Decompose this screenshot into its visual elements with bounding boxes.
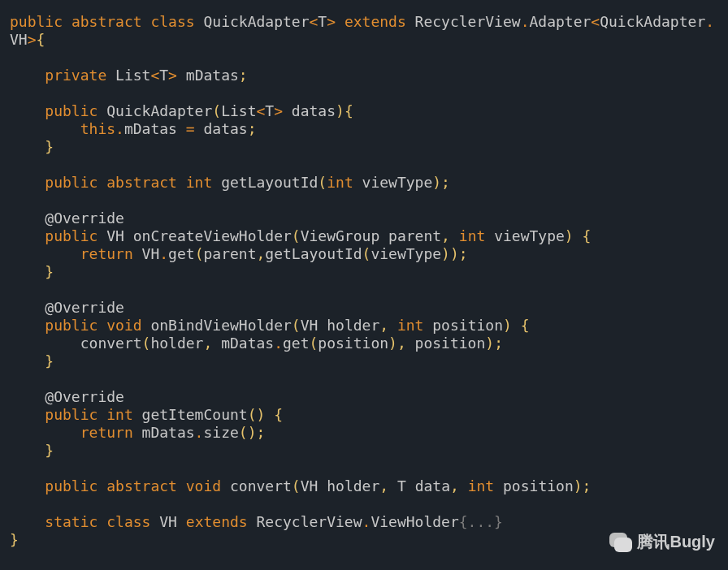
op-dot: .	[115, 120, 124, 137]
annotation-override: @Override	[45, 209, 124, 227]
kw-class: class	[106, 513, 150, 530]
paren-close: )	[441, 245, 450, 262]
paren-close: )	[336, 102, 344, 119]
kw-int: int	[327, 174, 353, 191]
op-dot: .	[521, 13, 530, 30]
op-gt: >	[274, 102, 283, 119]
op-lt: <	[591, 13, 600, 30]
kw-abstract: abstract	[106, 477, 177, 494]
method-getitemcount: getItemCount	[142, 406, 248, 423]
kw-void: void	[106, 317, 141, 334]
kw-int: int	[106, 406, 133, 423]
brace-close: }	[45, 352, 54, 369]
brace-open: {	[583, 227, 592, 244]
type-vh: VH	[159, 513, 177, 530]
paren-open: (	[310, 335, 318, 352]
paren-open: (	[195, 245, 204, 262]
comma: ,	[450, 477, 459, 494]
paren-close: )	[503, 317, 512, 334]
watermark: 腾讯Bugly	[609, 533, 715, 551]
brace-close: }	[45, 263, 54, 280]
kw-public: public	[45, 102, 98, 119]
param-data: data	[415, 477, 450, 494]
kw-return: return	[80, 245, 133, 262]
brace-open: {	[521, 317, 530, 334]
paren-open: (	[292, 477, 301, 494]
method-getlayoutid: getLayoutId	[221, 174, 318, 191]
method-size: size	[203, 424, 238, 441]
kw-extends: extends	[344, 13, 406, 30]
paren-open: (	[362, 245, 371, 262]
paren-close: )	[248, 424, 257, 441]
paren-close: )	[574, 477, 583, 494]
paren-close: )	[565, 227, 574, 244]
field-mdatas: mDatas	[186, 67, 239, 84]
paren-close: )	[256, 406, 265, 423]
kw-void: void	[186, 477, 221, 494]
method-get: get	[283, 335, 310, 352]
type-viewholder: ViewHolder	[370, 513, 458, 530]
brace-open: {	[344, 102, 353, 119]
kw-public: public	[45, 227, 98, 244]
type-t: T	[265, 102, 274, 119]
annotation-override: @Override	[45, 299, 124, 316]
comma: ,	[379, 317, 388, 334]
paren-open: (	[318, 174, 327, 191]
kw-public: public	[45, 477, 98, 494]
param-datas: datas	[203, 120, 247, 137]
op-gt: >	[168, 67, 177, 84]
op-lt: <	[150, 67, 159, 84]
watermark-text: 腾讯Bugly	[637, 533, 715, 551]
kw-public: public	[45, 174, 98, 191]
type-vh: VH	[142, 245, 160, 262]
paren-open: (	[248, 406, 257, 423]
type-vh: VH	[10, 31, 28, 48]
semicolon: ;	[583, 477, 592, 494]
semicolon: ;	[257, 424, 266, 441]
param-position: position	[318, 335, 388, 352]
kw-public: public	[10, 13, 63, 30]
paren-close: )	[388, 335, 397, 352]
param-holder: holder	[327, 477, 379, 494]
brace-close: }	[10, 531, 19, 548]
brace-open: {	[274, 406, 283, 423]
op-lt: <	[310, 13, 318, 30]
ctor-name: QuickAdapter	[106, 102, 212, 119]
paren-open: (	[292, 227, 301, 244]
type-vh: VH	[106, 227, 124, 244]
annotation-override: @Override	[45, 388, 124, 405]
paren-close: )	[432, 174, 441, 191]
method-oncreateviewholder: onCreateViewHolder	[133, 227, 292, 244]
type-recyclerview: RecyclerView	[415, 13, 521, 30]
field-mdatas: mDatas	[221, 335, 274, 352]
param-viewtype: viewType	[362, 174, 433, 191]
paren-open: (	[142, 335, 151, 352]
type-t: T	[318, 13, 327, 30]
method-get: get	[168, 245, 195, 262]
op-dot: .	[274, 335, 283, 352]
brace-open: {	[37, 31, 46, 48]
method-onbindviewholder: onBindViewHolder	[150, 317, 291, 334]
semicolon: ;	[441, 174, 450, 191]
param-holder: holder	[327, 317, 379, 334]
brace-close: }	[45, 442, 54, 459]
type-t: T	[397, 477, 406, 494]
type-list: List	[221, 102, 256, 119]
brace-close: }	[45, 138, 54, 155]
kw-static: static	[45, 513, 98, 530]
kw-public: public	[45, 317, 98, 334]
semicolon: ;	[239, 67, 248, 84]
method-convert: convert	[230, 477, 292, 494]
semicolon: ;	[494, 335, 503, 352]
paren-close: )	[450, 245, 459, 262]
op-gt: >	[28, 31, 37, 48]
comma: ,	[257, 245, 266, 262]
kw-extends: extends	[186, 513, 248, 530]
type-adapter: Adapter	[529, 13, 591, 30]
type-quickadapter: QuickAdapter	[600, 13, 705, 30]
kw-abstract: abstract	[106, 174, 177, 191]
param-holder: holder	[150, 335, 203, 352]
kw-public: public	[45, 406, 98, 423]
op-gt: >	[327, 13, 336, 30]
op-dot: .	[159, 245, 168, 262]
